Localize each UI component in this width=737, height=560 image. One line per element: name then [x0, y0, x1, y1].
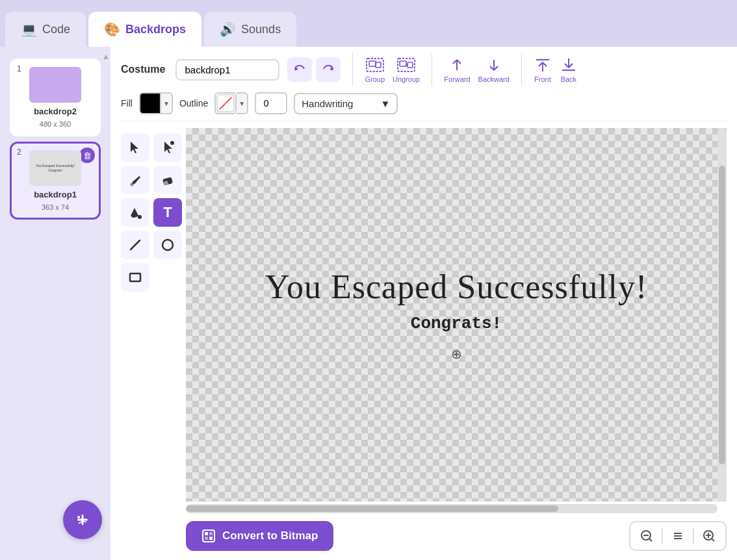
backward-label: Backward — [478, 75, 510, 83]
backdrop-item-1[interactable]: 1 backdrop2 480 x 360 — [10, 58, 101, 136]
redo-button[interactable] — [316, 57, 341, 82]
undo-redo-group — [287, 57, 341, 82]
zoom-divider-1 — [662, 528, 663, 544]
outline-size-input[interactable] — [255, 92, 287, 114]
svg-line-25 — [131, 240, 140, 249]
canvas-scrollbar-v-thumb — [719, 166, 725, 465]
delete-backdrop-button[interactable]: 🗑 — [79, 147, 95, 163]
forward-label: Forward — [444, 75, 470, 83]
svg-point-20 — [131, 183, 134, 186]
tools-column: T — [121, 128, 186, 554]
backdrops-icon: 🎨 — [104, 21, 120, 37]
zoom-reset-icon — [671, 529, 684, 542]
outline-color-swatch[interactable] — [214, 92, 237, 114]
canvas-scrollbar-h-thumb — [186, 505, 558, 512]
outline-color-dropdown[interactable]: ▼ — [237, 92, 248, 114]
tab-bar: 💻 Code 🎨 Backdrops 🔊 Sounds — [0, 0, 737, 47]
toolbar-row2: Fill ▼ Outline ▼ Han — [121, 92, 727, 121]
line-icon — [128, 238, 142, 252]
add-backdrop-button[interactable] — [63, 500, 102, 539]
text-tool[interactable]: T — [153, 198, 182, 227]
reshape-icon — [161, 140, 175, 155]
tool-row-4 — [121, 231, 186, 259]
backdrop-item-2[interactable]: 2 🗑 You Escaped Successfully!Congrats! b… — [10, 142, 101, 220]
canvas-scrollbar-horizontal[interactable] — [186, 504, 718, 513]
svg-marker-4 — [295, 67, 298, 71]
sidebar-scrollbar[interactable]: ▲ — [103, 52, 109, 61]
svg-line-42 — [712, 539, 714, 541]
canvas-area[interactable]: You Escaped Successfully! Congrats! ⊕ — [186, 128, 727, 502]
undo-icon — [292, 62, 307, 77]
fill-color-dropdown[interactable]: ▼ — [161, 92, 173, 114]
crosshair-icon: ⊕ — [451, 346, 462, 362]
zoom-reset-button[interactable] — [667, 525, 689, 547]
group-label: Group — [365, 75, 385, 83]
svg-marker-5 — [330, 67, 333, 71]
brush-icon — [128, 173, 142, 187]
fill-icon — [128, 205, 142, 220]
svg-rect-29 — [205, 532, 208, 535]
erase-tool[interactable] — [153, 166, 182, 194]
backdrop-number-2: 2 — [17, 147, 21, 157]
line-tool[interactable] — [121, 231, 149, 259]
svg-rect-7 — [369, 61, 376, 66]
font-name-display: Handwriting — [302, 98, 353, 109]
backward-icon — [485, 56, 503, 74]
forward-button[interactable]: Forward — [444, 56, 470, 83]
svg-point-26 — [162, 240, 173, 250]
canvas-scrollbar-vertical[interactable] — [718, 128, 727, 502]
reshape-tool[interactable] — [153, 133, 182, 162]
tab-backdrops[interactable]: 🎨 Backdrops — [88, 12, 201, 47]
divider-3 — [521, 53, 522, 86]
outline-label: Outline — [179, 98, 208, 108]
backdrop-name-2: backdrop1 — [34, 190, 77, 199]
add-backdrop-icon — [73, 511, 92, 529]
front-button[interactable]: Front — [534, 56, 552, 83]
back-label: Back — [561, 75, 576, 83]
tab-sounds[interactable]: 🔊 Sounds — [204, 12, 296, 47]
fill-tool[interactable] — [121, 198, 149, 227]
tab-code[interactable]: 💻 Code — [5, 12, 86, 47]
rect-tool[interactable] — [121, 263, 149, 292]
select-icon — [128, 140, 142, 155]
undo-button[interactable] — [287, 57, 312, 82]
bottom-bar: Convert to Bitmap — [186, 516, 727, 554]
circle-tool[interactable] — [153, 231, 182, 259]
divider-2 — [432, 53, 432, 86]
text-tool-icon: T — [163, 204, 172, 221]
svg-marker-17 — [131, 142, 138, 153]
backward-button[interactable]: Backward — [478, 56, 510, 83]
ungroup-button[interactable]: Ungroup — [393, 56, 420, 83]
costume-name-input[interactable] — [175, 59, 279, 81]
forward-icon — [448, 56, 466, 74]
group-button[interactable]: Group — [365, 56, 385, 83]
backdrop-number-1: 1 — [17, 64, 21, 73]
canvas-tools-row: T — [121, 128, 727, 554]
sidebar: ▲ 1 backdrop2 480 x 360 2 🗑 You Escaped … — [0, 47, 110, 560]
backdrop-thumbnail-2: You Escaped Successfully!Congrats! — [29, 150, 81, 186]
toolbar-row1: Costume — [121, 53, 727, 86]
svg-rect-31 — [205, 537, 208, 540]
backdrop-size-1: 480 x 360 — [40, 120, 71, 128]
zoom-out-button[interactable] — [636, 525, 658, 547]
convert-to-bitmap-button[interactable]: Convert to Bitmap — [186, 521, 333, 551]
back-button[interactable]: Back — [560, 56, 578, 83]
convert-btn-label: Convert to Bitmap — [222, 529, 318, 542]
brush-tool[interactable] — [121, 166, 149, 194]
canvas-sub-text: Congrats! — [411, 314, 502, 333]
canvas-main-text: You Escaped Successfully! — [265, 268, 648, 306]
tool-row-2 — [121, 166, 186, 194]
back-icon — [560, 56, 578, 74]
costume-label: Costume — [121, 64, 165, 75]
circle-icon — [161, 238, 175, 252]
font-selector[interactable]: Handwriting ▼ — [294, 93, 398, 114]
select-tool[interactable] — [121, 133, 149, 162]
main-area: ▲ 1 backdrop2 480 x 360 2 🗑 You Escaped … — [0, 47, 737, 560]
fill-color-swatch[interactable] — [139, 92, 161, 114]
editor-area: Costume — [110, 47, 737, 560]
zoom-in-button[interactable] — [698, 525, 720, 547]
svg-rect-30 — [209, 532, 213, 535]
fill-color-group: ▼ — [139, 92, 173, 114]
erase-icon — [161, 173, 175, 187]
tool-row-3: T — [121, 198, 186, 227]
